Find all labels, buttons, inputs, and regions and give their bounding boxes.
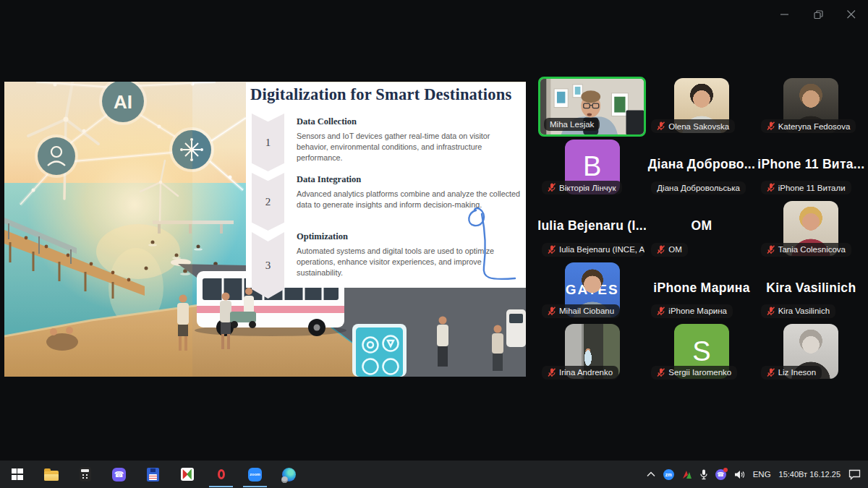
taskbar-viber[interactable]: ☎ [102,461,136,488]
muted-mic-icon [767,245,775,254]
participant-name-label: Діана Добровольська [651,181,746,194]
step-chevron-3: 3 [252,232,284,299]
name-text: Liz Ineson [778,368,816,377]
participant-tile-liz-ineson[interactable]: Liz Ineson [757,323,865,383]
clock-time: 15:40 [779,470,799,479]
taskbar-file-explorer[interactable] [34,461,68,488]
participant-name-label: Kira Vasilinich [761,304,835,318]
participant-tile-tania-colesnicova[interactable]: Tania Colesnicova [757,200,865,260]
window-controls [768,0,868,29]
step-3-heading: Optimization [297,231,524,242]
restore-button[interactable] [801,0,835,29]
close-icon [847,10,856,19]
media-player-icon [181,468,194,481]
participant-display-name: iPhone Марина [653,281,749,296]
participant-name-label: iPhone 11 Витали [761,181,851,194]
slide-step-1: Data Collection Sensors and IoT devices … [297,116,524,163]
windows-taskbar: ☎ zoom zm [0,461,868,488]
participant-tile-om[interactable]: OM OM [647,200,755,260]
speaker-icon [734,470,745,479]
participant-tile-iulia-bejenaru[interactable]: Iulia Bejenaru (I... Iulia Bejenaru (INC… [538,200,646,260]
taskbar-zoom[interactable]: zoom [238,461,272,488]
name-text: Iulia Bejenaru (INCE, A... [559,245,644,254]
participants-grid: Miha Lesjak Olena Sakovska Kateryna Fedo… [538,77,865,383]
muted-mic-icon [548,183,556,192]
participant-display-name: Діана Доброво... [648,157,755,172]
step-chevron-1: 1 [252,114,284,171]
name-text: Kateryna Fedosova [778,122,851,131]
microphone-tray-icon[interactable] [700,469,707,480]
participant-tile-miha-lesjak[interactable]: Miha Lesjak [538,77,646,137]
participant-tile-iphone-11-vitali[interactable]: iPhone 11 Вита... iPhone 11 Витали [757,138,865,198]
participant-tile-kateryna-fedosova[interactable]: Kateryna Fedosova [757,77,865,137]
restore-icon [814,10,823,20]
name-text: Olena Sakovska [668,122,729,131]
participant-tile-olena-sakovska[interactable]: Olena Sakovska [647,77,755,137]
red-green-arrow-icon [682,470,692,479]
step-2-body: Advanced analytics platforms combine and… [297,189,524,210]
participant-name-label: Вікторія Лінчук [542,181,622,194]
zoom-tray-icon[interactable]: zm [663,469,674,480]
taskbar-edge[interactable] [272,461,306,488]
participant-name-label: Miha Lesjak [544,118,600,131]
muted-mic-icon [767,307,775,316]
speaker-tray-icon[interactable] [734,470,745,479]
minimize-icon [780,10,789,19]
muted-mic-icon [657,121,665,131]
taskbar-save-tool[interactable] [136,461,170,488]
name-text: Tania Colesnicova [778,245,846,254]
muted-mic-icon [767,121,775,131]
taskbar-calculator[interactable] [68,461,102,488]
participant-display-name: Iulia Bejenaru (I... [538,218,646,234]
participant-tile-sergii-iaromenko[interactable]: S Sergii Iaromenko [647,323,755,383]
calculator-icon [80,467,91,481]
participant-name-label: Sergii Iaromenko [651,366,737,380]
windows-start-icon [12,468,23,480]
taskbar-media-player[interactable] [170,461,204,488]
viber-tray-icon[interactable]: ☎ [715,469,726,480]
start-button[interactable] [0,461,34,488]
muted-mic-icon [548,245,556,254]
shared-screen: AI [4,82,526,377]
participant-name-label: Iulia Bejenaru (INCE, A... [542,243,644,257]
participant-name-label: Liz Ineson [761,366,822,380]
action-center-button[interactable] [848,469,861,480]
step-2-heading: Data Integration [297,174,524,185]
muted-mic-icon [767,368,775,377]
graph-tray-icon[interactable] [682,470,692,479]
slide-title: Digitalization for Smart Destinations [250,85,525,104]
name-text: Sergii Iaromenko [668,368,731,377]
floppy-disk-icon [147,468,159,481]
hidden-icons-chevron[interactable] [647,471,655,477]
participant-display-name: OM [692,218,712,234]
language-indicator[interactable]: ENG [753,470,771,479]
opera-icon [218,469,225,479]
minimize-button[interactable] [768,0,801,29]
system-tray: zm ☎ ENG 15:40 [647,461,868,488]
participant-name-label: Mihail Ciobanu [542,304,620,318]
taskbar-opera[interactable] [204,461,238,488]
step-1-heading: Data Collection [297,116,524,127]
name-text: Діана Добровольська [657,184,740,192]
muted-mic-icon [548,307,556,316]
participant-tile-kira-vasilinich[interactable]: Kira Vasilinich Kira Vasilinich [757,262,865,322]
participant-tile-irina-andrenko[interactable]: Irina Andrenko [538,323,646,383]
step-3-body: Automated systems and digital tools are … [297,246,524,278]
participant-tile-viktoria-linchuk[interactable]: B Вікторія Лінчук [538,138,646,198]
taskbar-clock[interactable]: 15:40 Вт 16.12.25 [779,470,841,479]
name-text: Вікторія Лінчук [559,184,616,192]
close-button[interactable] [835,0,868,29]
participant-name-label: Irina Andrenko [542,366,618,380]
participant-tile-diana-dobrovolska[interactable]: Діана Доброво... Діана Добровольська [647,138,755,198]
name-text: OM [668,245,682,254]
muted-mic-icon [657,245,665,254]
participant-tile-mihail-ciobanu[interactable]: GATES Mihail Ciobanu [538,262,646,322]
participant-tile-iphone-marina[interactable]: iPhone Марина iPhone Марина [647,262,755,322]
muted-mic-icon [657,368,665,377]
name-text: iPhone Марина [668,307,727,315]
clock-date: Вт 16.12.25 [799,470,841,479]
file-explorer-icon [44,471,59,481]
participant-name-label: Tania Colesnicova [761,243,851,257]
participant-display-name: iPhone 11 Вита... [757,157,864,172]
mic-icon [700,469,707,480]
